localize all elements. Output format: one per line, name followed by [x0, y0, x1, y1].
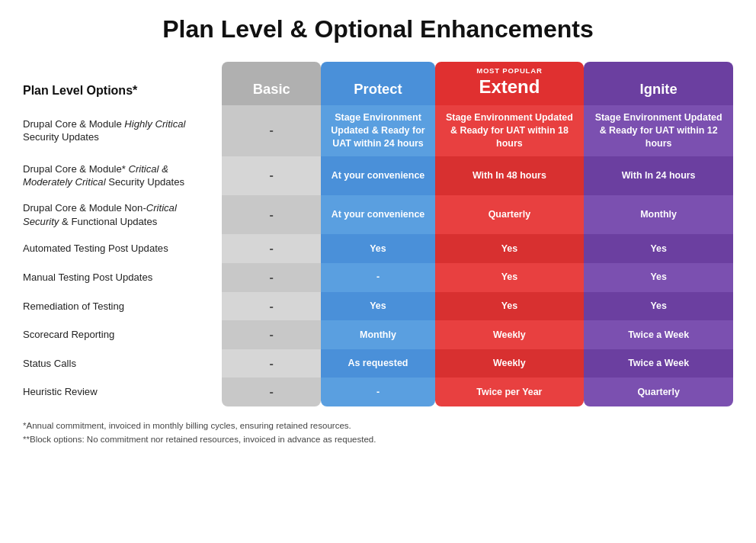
feature-cell: Manual Testing Post Updates [23, 263, 222, 292]
ignite-cell: Twice a Week [584, 320, 733, 349]
ignite-cell: Yes [584, 263, 733, 292]
ignite-cell: With In 24 hours [584, 156, 733, 195]
table-row: Status Calls-As requestedWeeklyTwice a W… [23, 349, 733, 378]
table-row: Drupal Core & Module Non-Critical Securi… [23, 195, 733, 234]
protect-cell: Stage Environment Updated & Ready for UA… [321, 105, 434, 156]
footnotes: *Annual commitment, invoiced in monthly … [23, 419, 733, 447]
page-title: Plan Level & Optional Enhancements [23, 15, 733, 43]
protect-cell: At your convenience [321, 156, 434, 195]
feature-cell: Drupal Core & Module* Critical & Moderat… [23, 156, 222, 195]
protect-cell: Yes [321, 292, 434, 321]
extend-cell: With In 48 hours [435, 156, 585, 195]
protect-cell: Monthly [321, 320, 434, 349]
extend-cell: Weekly [435, 349, 585, 378]
basic-cell: - [222, 263, 321, 292]
table-row: Scorecard Reporting-MonthlyWeeklyTwice a… [23, 320, 733, 349]
basic-cell: - [222, 195, 321, 234]
basic-cell: - [222, 234, 321, 263]
ignite-cell: Quarterly [584, 378, 733, 406]
feature-cell: Scorecard Reporting [23, 320, 222, 349]
protect-column-header: Protect [321, 62, 434, 105]
feature-cell: Status Calls [23, 349, 222, 378]
table-row: Drupal Core & Module* Critical & Moderat… [23, 156, 733, 195]
protect-cell: At your convenience [321, 195, 434, 234]
feature-cell: Remediation of Testing [23, 292, 222, 321]
extend-cell: Twice per Year [435, 378, 585, 406]
extend-cell: Yes [435, 292, 585, 321]
plan-table: Plan Level Options* Basic Protect MOST P… [23, 62, 733, 406]
protect-cell: - [321, 378, 434, 406]
footnote-2: **Block options: No commitment nor retai… [23, 432, 733, 446]
basic-cell: - [222, 105, 321, 156]
ignite-cell: Monthly [584, 195, 733, 234]
extend-cell: Yes [435, 234, 585, 263]
table-row: Drupal Core & Module Highly Critical Sec… [23, 105, 733, 156]
protect-cell: - [321, 263, 434, 292]
table-row: Heuristic Review--Twice per YearQuarterl… [23, 378, 733, 406]
feature-cell: Drupal Core & Module Highly Critical Sec… [23, 105, 222, 156]
ignite-column-header: Ignite [584, 62, 733, 105]
extend-cell: Quarterly [435, 195, 585, 234]
table-header-row: Plan Level Options* Basic Protect MOST P… [23, 62, 733, 105]
basic-column-header: Basic [222, 62, 321, 105]
extend-cell: Stage Environment Updated & Ready for UA… [435, 105, 585, 156]
footnote-1: *Annual commitment, invoiced in monthly … [23, 419, 733, 432]
ignite-cell: Stage Environment Updated & Ready for UA… [584, 105, 733, 156]
extend-column-header: MOST POPULAR Extend [435, 62, 585, 105]
feature-cell: Drupal Core & Module Non-Critical Securi… [23, 195, 222, 234]
protect-cell: As requested [321, 349, 434, 378]
table-row: Automated Testing Post Updates-YesYesYes [23, 234, 733, 263]
protect-cell: Yes [321, 234, 434, 263]
ignite-cell: Yes [584, 234, 733, 263]
basic-cell: - [222, 378, 321, 406]
extend-cell: Weekly [435, 320, 585, 349]
basic-cell: - [222, 349, 321, 378]
feature-cell: Heuristic Review [23, 378, 222, 406]
table-row: Remediation of Testing-YesYesYes [23, 292, 733, 321]
feature-cell: Automated Testing Post Updates [23, 234, 222, 263]
basic-cell: - [222, 292, 321, 321]
ignite-cell: Twice a Week [584, 349, 733, 378]
table-row: Manual Testing Post Updates--YesYes [23, 263, 733, 292]
ignite-cell: Yes [584, 292, 733, 321]
plan-table-wrapper: Plan Level Options* Basic Protect MOST P… [23, 62, 733, 406]
basic-cell: - [222, 320, 321, 349]
feature-column-header: Plan Level Options* [23, 62, 222, 105]
basic-cell: - [222, 156, 321, 195]
extend-cell: Yes [435, 263, 585, 292]
